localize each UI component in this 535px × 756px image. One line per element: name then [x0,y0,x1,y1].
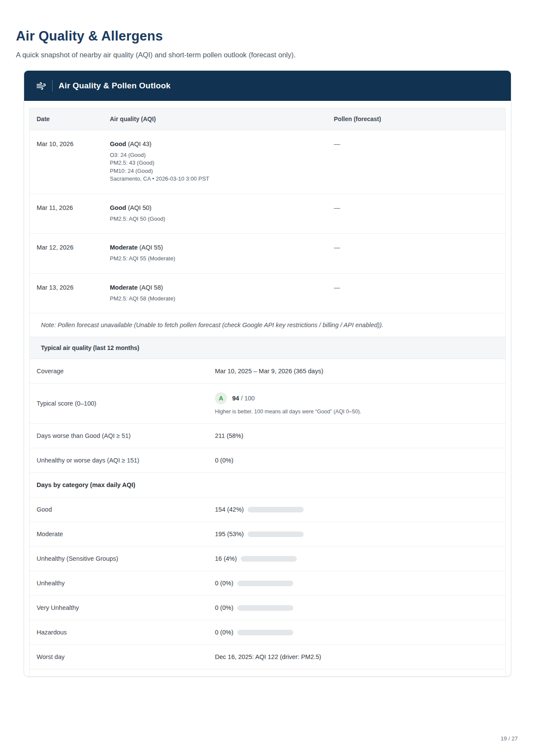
section-header-days-by-category: Days by category (max daily AQI) [30,473,208,497]
category-label: Hazardous [30,620,208,644]
pollen-note: Note: Pollen forecast unavailable (Unabl… [30,313,505,337]
aqi-category: Moderate [110,284,137,291]
category-bar-track [241,556,297,562]
summary-value: 0 (0%) [208,448,505,472]
aqi-details: PM2.5: AQI 50 (Good) [110,215,320,223]
card-header: Air Quality & Pollen Outlook [24,71,511,101]
pollen-note-row: Note: Pollen forecast unavailable (Unabl… [30,313,505,337]
category-row-unhealthy-sensitive: Unhealthy (Sensitive Groups) 16 (4%) [30,547,505,571]
category-label: Moderate [30,522,208,546]
forecast-date: Mar 13, 2026 [30,274,103,313]
aqi-category: Good [110,141,126,147]
aqi-detail-line: PM2.5: AQI 58 (Moderate) [110,295,320,303]
page-subtitle: A quick snapshot of nearby air quality (… [16,51,519,59]
summary-value: 211 (58%) [208,424,505,448]
page-number: 19 / 27 [501,735,518,742]
summary-label: Unhealthy or worse days (AQI ≥ 151) [30,448,208,472]
category-bar-track [237,630,293,635]
aqi-details: PM2.5: AQI 58 (Moderate) [110,295,320,303]
aqi-category: Good [110,204,126,211]
aqi-details: O3: 24 (Good) PM2.5: 43 (Good) PM10: 24 … [110,151,320,183]
page-title: Air Quality & Allergens [16,0,519,44]
summary-value: Mar 10, 2025 – Mar 9, 2026 (365 days) [208,359,505,383]
category-bar-track [237,581,293,586]
aqi-detail-line: PM10: 24 (Good) [110,167,320,175]
category-value: 195 (53%) [215,531,244,537]
summary-label: Days worse than Good (AQI ≥ 51) [30,424,208,448]
category-row-good: Good 154 (42%) [30,497,505,522]
category-value: 0 (0%) [215,604,233,611]
category-value: 154 (42%) [215,506,244,513]
summary-label: Coverage [30,359,208,383]
typical-score-line: A 94 / 100 [215,392,498,404]
score-number: 94 [232,395,239,402]
score-note: Higher is better. 100 means all days wer… [215,409,498,415]
forecast-date: Mar 12, 2026 [30,234,103,273]
forecast-date: Mar 11, 2026 [30,194,103,233]
section-header-typical-air-quality: Typical air quality (last 12 months) [30,337,505,359]
pollen-value: — [327,274,505,313]
summary-row-coverage: Coverage Mar 10, 2025 – Mar 9, 2026 (365… [30,359,505,384]
summary-label: Typical score (0–100) [30,391,208,415]
pollen-value: — [327,194,505,233]
category-value: 16 (4%) [215,555,237,562]
clipped-row-stub [30,669,505,676]
summary-row-typical-score: Typical score (0–100) A 94 / 100 Higher … [30,384,505,424]
category-value: 0 (0%) [215,580,233,587]
summary-label: Worst day [30,645,208,669]
card-title: Air Quality & Pollen Outlook [59,81,171,91]
forecast-row: Mar 11, 2026 Good (AQI 50) PM2.5: AQI 50… [30,194,505,234]
category-row-unhealthy: Unhealthy 0 (0%) [30,571,505,596]
category-label: Very Unhealthy [30,596,208,620]
card-body: Date Air quality (AQI) Pollen (forecast)… [24,101,511,676]
category-bar-track [248,531,304,537]
summary-row-category-header: Days by category (max daily AQI) [30,473,505,497]
wind-icon [36,81,46,91]
summary-row-days-worse: Days worse than Good (AQI ≥ 51) 211 (58%… [30,424,505,448]
category-label: Good [30,497,208,522]
aqi-value: (AQI 58) [140,284,163,291]
summary-row-unhealthy-days: Unhealthy or worse days (AQI ≥ 151) 0 (0… [30,448,505,473]
forecast-row: Mar 13, 2026 Moderate (AQI 58) PM2.5: AQ… [30,274,505,313]
aqi-detail-line: PM2.5: AQI 50 (Good) [110,215,320,223]
aqi-category: Moderate [110,244,137,251]
aqi-detail-line: PM2.5: AQI 55 (Moderate) [110,255,320,262]
score-suffix: / 100 [241,395,255,402]
card-inner-table: Date Air quality (AQI) Pollen (forecast)… [29,108,506,676]
aqi-detail-line: Sacramento, CA • 2026-03-10 3:00 PST [110,175,320,183]
aqi-value: (AQI 55) [140,244,163,251]
col-header-pollen: Pollen (forecast) [327,108,505,130]
grade-badge: A [215,392,227,404]
category-bar-track [237,605,293,611]
col-header-date: Date [30,108,103,130]
aqi-value: (AQI 43) [128,141,152,147]
air-quality-card: Air Quality & Pollen Outlook Date Air qu… [24,70,511,677]
category-bar-track [248,507,304,512]
forecast-date: Mar 10, 2026 [30,130,103,194]
aqi-value: (AQI 50) [128,204,152,211]
forecast-table-header: Date Air quality (AQI) Pollen (forecast) [30,108,505,130]
pollen-value: — [327,234,505,273]
category-row-moderate: Moderate 195 (53%) [30,522,505,547]
forecast-row: Mar 12, 2026 Moderate (AQI 55) PM2.5: AQ… [30,234,505,273]
category-label: Unhealthy (Sensitive Groups) [30,547,208,571]
pollen-value: — [327,130,505,194]
summary-row-worst-day: Worst day Dec 16, 2025: AQI 122 (driver:… [30,645,505,669]
forecast-row: Mar 10, 2026 Good (AQI 43) O3: 24 (Good)… [30,130,505,194]
header-divider [52,80,53,91]
category-row-hazardous: Hazardous 0 (0%) [30,620,505,645]
report-page: Air Quality & Allergens A quick snapshot… [0,0,535,677]
category-row-very-unhealthy: Very Unhealthy 0 (0%) [30,596,505,620]
aqi-details: PM2.5: AQI 55 (Moderate) [110,255,320,262]
category-label: Unhealthy [30,571,208,595]
category-value: 0 (0%) [215,629,233,636]
col-header-air-quality: Air quality (AQI) [103,108,327,130]
summary-value: Dec 16, 2025: AQI 122 (driver: PM2.5) [208,645,505,669]
aqi-detail-line: O3: 24 (Good) [110,151,320,159]
aqi-detail-line: PM2.5: 43 (Good) [110,159,320,167]
